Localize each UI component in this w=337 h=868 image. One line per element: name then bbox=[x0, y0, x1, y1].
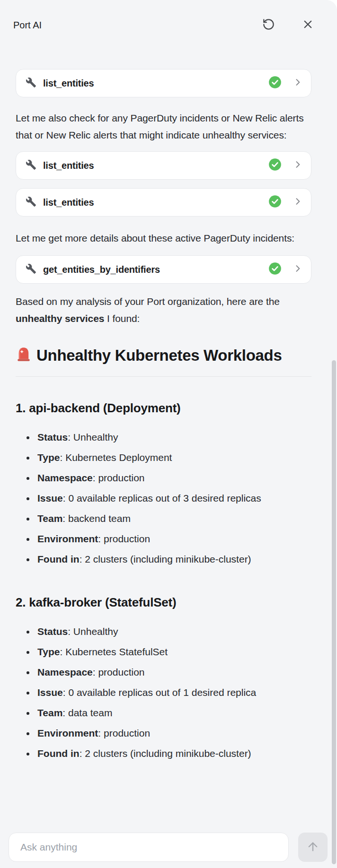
list-item: Found in: 2 clusters (including minikube… bbox=[35, 743, 311, 764]
composer bbox=[0, 833, 337, 868]
list-item: Issue: 0 available replicas out of 1 des… bbox=[35, 682, 311, 703]
markdown-h1: 🚨 Unhealthy Kubernetes Workloads bbox=[16, 344, 311, 368]
port-ai-panel: Port AI list_entities bbox=[0, 0, 337, 868]
chat-scroll-area: list_entities Let me also check for any … bbox=[0, 33, 337, 833]
tool-call-label: list_entities bbox=[43, 197, 268, 208]
success-check-icon bbox=[268, 195, 282, 210]
list-item: Status: Unhealthy bbox=[35, 427, 311, 447]
list-item: Type: Kubernetes StatefulSet bbox=[35, 642, 311, 662]
close-button[interactable] bbox=[301, 17, 315, 33]
panel-title: Port AI bbox=[13, 18, 261, 32]
tool-call-card[interactable]: list_entities bbox=[16, 188, 311, 217]
wrench-icon bbox=[26, 196, 36, 209]
send-button[interactable] bbox=[298, 833, 328, 862]
list-item: Found in: 2 clusters (including minikube… bbox=[35, 549, 311, 569]
list-item: Type: Kubernetes Deployment bbox=[35, 447, 311, 468]
list-item: Namespace: production bbox=[35, 662, 311, 682]
wrench-icon bbox=[26, 77, 36, 90]
list-item: Status: Unhealthy bbox=[35, 621, 311, 642]
markdown-h2: 2. kafka-broker (StatefulSet) bbox=[16, 595, 311, 610]
assistant-message: Let me also check for any PagerDuty inci… bbox=[16, 110, 311, 144]
chevron-right-icon bbox=[293, 197, 302, 208]
arrow-up-icon bbox=[306, 840, 319, 855]
refresh-button[interactable] bbox=[261, 17, 276, 33]
success-check-icon bbox=[268, 158, 282, 173]
panel-header: Port AI bbox=[0, 0, 337, 33]
success-check-icon bbox=[268, 262, 282, 277]
assistant-message: Let me get more details about these acti… bbox=[16, 230, 311, 247]
divider bbox=[16, 376, 311, 377]
list-item: Namespace: production bbox=[35, 468, 311, 488]
ask-anything-input[interactable] bbox=[9, 833, 289, 862]
list-item: Environment: production bbox=[35, 529, 311, 549]
markdown-h2: 1. api-backend (Deployment) bbox=[16, 400, 311, 416]
list-item: Issue: 0 available replicas out of 3 des… bbox=[35, 488, 311, 508]
bullet-list: Status: Unhealthy Type: Kubernetes State… bbox=[16, 621, 311, 764]
bullet-list: Status: Unhealthy Type: Kubernetes Deplo… bbox=[16, 427, 311, 569]
tool-call-card[interactable]: get_entities_by_identifiers bbox=[16, 255, 311, 284]
tool-call-label: list_entities bbox=[43, 160, 268, 171]
siren-icon: 🚨 bbox=[16, 346, 32, 368]
bold-text: unhealthy services bbox=[16, 313, 104, 324]
list-item: Team: data team bbox=[35, 703, 311, 723]
list-item: Environment: production bbox=[35, 723, 311, 743]
tool-call-label: list_entities bbox=[43, 78, 268, 89]
list-item: Team: backend team bbox=[35, 508, 311, 529]
wrench-icon bbox=[26, 263, 36, 276]
wrench-icon bbox=[26, 159, 36, 172]
close-icon bbox=[302, 18, 314, 32]
chevron-right-icon bbox=[293, 78, 302, 89]
tool-call-card[interactable]: list_entities bbox=[16, 151, 311, 180]
chevron-right-icon bbox=[293, 264, 302, 275]
success-check-icon bbox=[268, 76, 282, 91]
tool-call-label: get_entities_by_identifiers bbox=[43, 264, 268, 275]
rotate-ccw-icon bbox=[262, 18, 275, 32]
scrollbar-thumb[interactable] bbox=[332, 360, 336, 864]
chevron-right-icon bbox=[293, 160, 302, 171]
assistant-message: Based on my analysis of your Port organi… bbox=[16, 293, 311, 327]
tool-call-card[interactable]: list_entities bbox=[16, 69, 311, 97]
